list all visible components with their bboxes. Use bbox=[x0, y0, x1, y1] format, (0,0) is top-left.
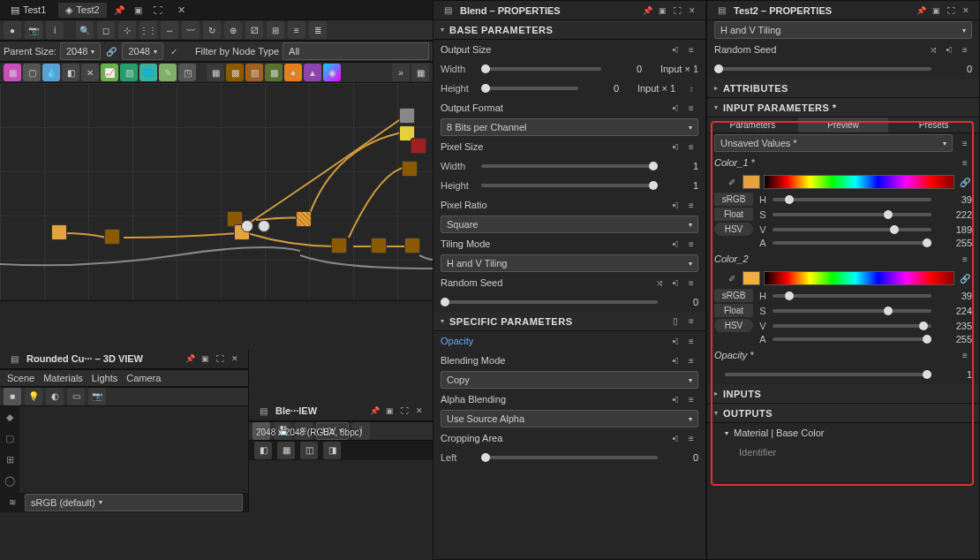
c2-v-slider[interactable] bbox=[773, 324, 931, 328]
grid-icon-2[interactable]: ▩ bbox=[226, 64, 244, 81]
screenshot-icon[interactable]: 📷 bbox=[88, 388, 106, 405]
layout-icon[interactable]: ▦ bbox=[411, 64, 429, 81]
hue-gradient[interactable] bbox=[764, 271, 954, 285]
mat-icon-4[interactable]: ◧ bbox=[62, 64, 79, 81]
menu-icon[interactable]: ≡ bbox=[684, 101, 698, 115]
menu-icon[interactable]: ≡ bbox=[958, 155, 972, 170]
tiling-mode-select[interactable]: H and V Tiling bbox=[441, 254, 698, 272]
close-icon[interactable]: ✕ bbox=[170, 3, 192, 18]
alpha-blending-select[interactable]: Use Source Alpha bbox=[441, 410, 698, 428]
c2-a-slider[interactable] bbox=[773, 337, 931, 341]
menu-icon[interactable]: ≡ bbox=[684, 140, 698, 154]
layers-icon[interactable]: ≋ bbox=[5, 496, 19, 510]
c2-s-slider[interactable] bbox=[773, 309, 931, 313]
link-icon[interactable]: 🔗 bbox=[104, 44, 118, 58]
px-height-slider[interactable] bbox=[481, 184, 658, 187]
mat-icon-6[interactable]: 📈 bbox=[101, 64, 118, 81]
tab-test1[interactable]: ▤Test1 bbox=[4, 3, 53, 18]
menu-icon[interactable]: ≡ bbox=[684, 353, 698, 367]
link2-icon[interactable]: ↕ bbox=[684, 81, 698, 95]
target-icon[interactable]: •⃝ bbox=[668, 431, 682, 445]
mat-icon-9[interactable]: ✎ bbox=[159, 64, 177, 81]
hsv-button[interactable]: HSV bbox=[714, 223, 753, 236]
mat-icon-7[interactable]: ▧ bbox=[120, 64, 138, 81]
target-icon[interactable]: •⃝ bbox=[942, 42, 956, 57]
target-icon[interactable]: •⃝ bbox=[668, 353, 682, 367]
graph-node[interactable] bbox=[371, 238, 387, 254]
hue-gradient[interactable] bbox=[764, 175, 954, 189]
tog1-icon[interactable]: ▦ bbox=[277, 442, 295, 459]
max-icon[interactable]: ⛶ bbox=[151, 3, 165, 17]
cam-icon[interactable]: ■ bbox=[4, 388, 21, 405]
grid-icon-3[interactable]: ▨ bbox=[245, 64, 263, 81]
fit-icon[interactable]: ◻ bbox=[97, 21, 115, 39]
info-icon[interactable]: i bbox=[46, 21, 64, 39]
overlay-icon[interactable]: ◐ bbox=[46, 388, 64, 405]
c1-s-slider[interactable] bbox=[773, 213, 931, 216]
graph-node[interactable] bbox=[411, 138, 426, 154]
strip-mesh-icon[interactable]: ⊞ bbox=[2, 452, 18, 468]
render-icon[interactable]: ▭ bbox=[67, 388, 85, 405]
grid-icon-4[interactable]: ▩ bbox=[265, 64, 283, 81]
crop-left-slider[interactable] bbox=[481, 456, 658, 459]
vsep-icon[interactable]: ⊞ bbox=[267, 21, 284, 39]
pin-icon[interactable]: 📌 bbox=[915, 4, 927, 17]
c2-h-slider[interactable] bbox=[773, 294, 931, 298]
target-icon[interactable]: •⃝ bbox=[668, 101, 682, 115]
blending-mode-select[interactable]: Copy bbox=[441, 371, 698, 389]
tiling-select[interactable]: H and V Tiling bbox=[714, 21, 972, 39]
sliders-icon[interactable]: ≡ bbox=[288, 21, 305, 39]
node-graph[interactable] bbox=[0, 83, 433, 300]
pixel-ratio-select[interactable]: Square bbox=[441, 216, 698, 233]
tab-parameters[interactable]: Parameters bbox=[707, 117, 798, 132]
grid-icon-1[interactable]: ▦ bbox=[207, 64, 224, 81]
seed-slider[interactable] bbox=[441, 300, 658, 304]
output-item[interactable]: Material | Base Color bbox=[734, 428, 972, 438]
dup-icon[interactable]: ▣ bbox=[132, 3, 146, 17]
menu-icon[interactable]: ≡ bbox=[684, 334, 698, 348]
light-icon[interactable]: 💡 bbox=[25, 388, 42, 405]
dice-icon[interactable]: ⚂ bbox=[245, 21, 263, 39]
c1-a-slider[interactable] bbox=[773, 241, 931, 245]
ball-icon[interactable]: ● bbox=[4, 21, 21, 39]
target-icon[interactable]: •⃝ bbox=[668, 198, 682, 212]
more-icon[interactable]: » bbox=[392, 64, 410, 81]
pin-icon[interactable]: 📌 bbox=[641, 4, 653, 17]
loop-icon[interactable]: ↻ bbox=[203, 21, 221, 39]
menu-scene[interactable]: Scene bbox=[7, 373, 34, 383]
section-inputs[interactable]: ▸INPUTS bbox=[707, 384, 979, 404]
dup-icon[interactable]: ▣ bbox=[930, 4, 942, 17]
tab-test2[interactable]: ◈Test2 bbox=[58, 3, 106, 18]
max-icon[interactable]: ⛶ bbox=[945, 4, 957, 17]
mat-icon-1[interactable]: ▦ bbox=[4, 64, 21, 81]
graph-node[interactable] bbox=[51, 224, 67, 240]
arrow-icon[interactable]: ↔ bbox=[161, 21, 178, 39]
seed-slider[interactable] bbox=[714, 67, 931, 71]
section-outputs[interactable]: ▾OUTPUTS bbox=[707, 404, 979, 423]
width-slider[interactable] bbox=[481, 67, 601, 71]
tab-preview[interactable]: Preview bbox=[798, 117, 889, 132]
tree-icon[interactable]: ⊹ bbox=[118, 21, 136, 39]
px-width-slider[interactable] bbox=[481, 164, 658, 168]
join-icon[interactable]: ⋮⋮ bbox=[139, 21, 157, 39]
tog3-icon[interactable]: ◨ bbox=[323, 442, 341, 459]
close-icon[interactable]: ✕ bbox=[960, 4, 972, 17]
output-format-select[interactable]: 8 Bits per Channel bbox=[441, 118, 698, 136]
section-specific-params[interactable]: ▾ SPECIFIC PARAMETERS ▯≡ bbox=[433, 312, 705, 331]
colorspace-select[interactable]: sRGB (default) bbox=[25, 494, 243, 511]
add-icon[interactable]: ⊕ bbox=[224, 21, 242, 39]
close-icon[interactable]: ✕ bbox=[413, 405, 426, 417]
max-icon[interactable]: ⛶ bbox=[214, 352, 226, 365]
color2-swatch[interactable] bbox=[743, 271, 760, 285]
search-icon[interactable]: 🔍 bbox=[76, 21, 94, 39]
dup-icon[interactable]: ▣ bbox=[199, 352, 211, 365]
srgb-button[interactable]: sRGB bbox=[714, 289, 753, 302]
menu-materials[interactable]: Materials bbox=[43, 373, 83, 383]
menu-icon[interactable]: ≡ bbox=[958, 136, 972, 150]
section-input-params[interactable]: ▾INPUT PARAMETERS * bbox=[707, 98, 979, 117]
strip-arrow-icon[interactable]: ◆ bbox=[2, 410, 18, 426]
c1-h-slider[interactable] bbox=[773, 198, 931, 201]
menu-camera[interactable]: Camera bbox=[126, 373, 161, 383]
graph-node[interactable] bbox=[399, 108, 415, 124]
node-icon[interactable]: ▯ bbox=[668, 314, 682, 329]
